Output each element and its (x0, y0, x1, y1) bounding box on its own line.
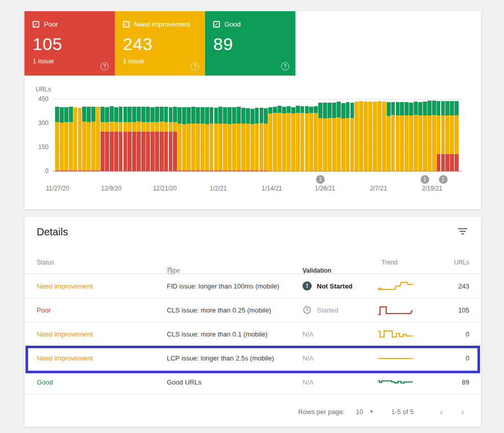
chart-bar[interactable] (314, 99, 318, 171)
type-help-icon[interactable]: ? (167, 267, 174, 275)
chart-bar[interactable] (264, 99, 268, 171)
chart-bar[interactable] (291, 99, 295, 171)
chart-bar[interactable] (160, 99, 164, 171)
chart-bar[interactable] (282, 99, 286, 171)
chart-bar[interactable] (427, 99, 432, 171)
chart-bar[interactable] (64, 99, 68, 171)
chart-bar[interactable] (78, 99, 82, 171)
chart-bar[interactable] (114, 99, 118, 171)
chart-bar[interactable] (368, 99, 372, 171)
chart-bar[interactable] (128, 99, 132, 171)
chart-bar[interactable] (246, 99, 250, 171)
chart-bar[interactable] (173, 99, 177, 171)
chart-bar[interactable] (141, 99, 145, 171)
chart-bar[interactable] (450, 99, 454, 171)
chart-bar[interactable] (196, 99, 200, 171)
next-page-button[interactable]: › (457, 406, 469, 418)
chart-bar[interactable] (137, 99, 141, 171)
chart-bar[interactable] (119, 99, 123, 171)
chart-bar[interactable] (223, 99, 227, 171)
chart-bar[interactable] (237, 99, 241, 171)
chart-bar[interactable] (373, 99, 377, 171)
chart-bar[interactable] (191, 99, 195, 171)
chart-bar[interactable] (432, 99, 436, 171)
chart-bar[interactable] (396, 99, 400, 171)
chart-bar[interactable] (218, 99, 222, 171)
chart-bar[interactable] (214, 99, 218, 171)
chart-bar[interactable] (132, 99, 136, 171)
good-checkbox-icon[interactable]: ✓ (213, 21, 220, 28)
chart-bar[interactable] (332, 99, 336, 171)
chart-bar[interactable] (169, 99, 173, 171)
chart-bar[interactable] (445, 99, 449, 171)
chart-bar[interactable] (418, 99, 422, 171)
chart-bar[interactable] (241, 99, 245, 171)
chart-bar[interactable] (91, 99, 95, 171)
chart-bar[interactable] (210, 99, 214, 171)
chart-bar[interactable] (232, 99, 236, 171)
rows-per-page-select[interactable]: 10 ▼ (356, 408, 374, 416)
chart-bar[interactable] (337, 99, 341, 171)
chart-bar[interactable] (377, 99, 382, 171)
chart-bars[interactable] (55, 99, 460, 171)
chart-bar[interactable] (350, 99, 355, 171)
chart-bar[interactable] (400, 99, 404, 171)
annotation-marker[interactable]: 1 (316, 175, 325, 184)
chart-bar[interactable] (55, 99, 59, 171)
previous-page-button[interactable]: ‹ (435, 406, 447, 418)
chart-bar[interactable] (200, 99, 205, 171)
chart-bar[interactable] (82, 99, 86, 171)
chart-bar[interactable] (268, 99, 272, 171)
table-row[interactable]: GoodGood URLsN/A89 (24, 370, 481, 394)
chart-bar[interactable] (323, 99, 327, 171)
chart-bar[interactable] (100, 99, 105, 171)
chart-bar[interactable] (423, 99, 427, 171)
chart-bar[interactable] (205, 99, 209, 171)
chart-bar[interactable] (278, 99, 282, 171)
chart-bar[interactable] (441, 99, 445, 171)
chart-bar[interactable] (346, 99, 350, 171)
chart-bar[interactable] (437, 99, 441, 171)
chart-bar[interactable] (414, 99, 418, 171)
chart-bar[interactable] (387, 99, 391, 171)
chart-bar[interactable] (296, 99, 300, 171)
chart-bar[interactable] (364, 99, 368, 171)
help-icon[interactable]: ? (100, 62, 109, 70)
column-header-trend[interactable]: Trend (382, 259, 397, 266)
annotation-marker[interactable]: 1 (420, 175, 429, 184)
chart-bar[interactable] (309, 99, 313, 171)
chart-bar[interactable] (305, 99, 309, 171)
table-row[interactable]: Need improvementLCP issue: longer than 2… (24, 346, 481, 370)
column-header-status[interactable]: Status (37, 259, 54, 266)
chart-bar[interactable] (150, 99, 155, 171)
chart-bar[interactable] (69, 99, 73, 171)
chart-bar[interactable] (105, 99, 109, 171)
chart-bar[interactable] (60, 99, 64, 171)
chart-bar[interactable] (318, 99, 322, 171)
chart-bar[interactable] (250, 99, 255, 171)
filter-icon[interactable] (458, 228, 468, 236)
chart-bar[interactable] (110, 99, 114, 171)
chart-bar[interactable] (164, 99, 168, 171)
card-poor[interactable]: ✓ Poor 105 1 issue ? (24, 11, 115, 76)
card-need-improvement[interactable]: ✓ Need improvement 243 1 issue ? (115, 11, 205, 76)
chart-bar[interactable] (405, 99, 409, 171)
chart-bar[interactable] (327, 99, 332, 171)
table-row[interactable]: Need improvementFID issue: longer than 1… (24, 274, 481, 298)
chart-bar[interactable] (146, 99, 150, 171)
chart-bar[interactable] (87, 99, 91, 171)
chart-bar[interactable] (409, 99, 413, 171)
annotation-marker[interactable]: 1 (439, 175, 447, 184)
need-improvement-checkbox-icon[interactable]: ✓ (123, 21, 130, 28)
chart-bar[interactable] (391, 99, 395, 171)
chart-bar[interactable] (341, 99, 345, 171)
chart-bar[interactable] (123, 99, 128, 171)
chart-bar[interactable] (273, 99, 277, 171)
chart-bar[interactable] (300, 99, 305, 171)
chart-bar[interactable] (260, 99, 264, 171)
chart-bar[interactable] (255, 99, 259, 171)
chart-bar[interactable] (187, 99, 191, 171)
chart-bar[interactable] (382, 99, 386, 171)
chart-bar[interactable] (155, 99, 159, 171)
column-header-urls[interactable]: URLs (454, 259, 469, 266)
